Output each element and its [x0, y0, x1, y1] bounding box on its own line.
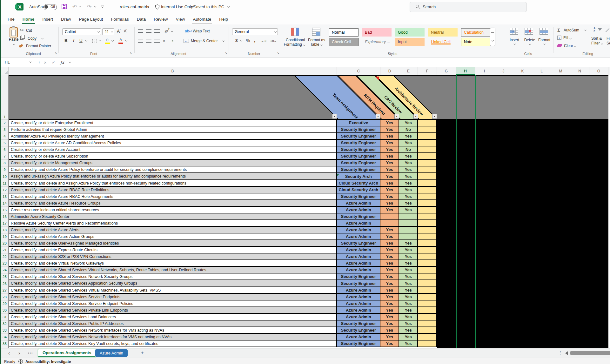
row-header-32[interactable]: 32: [1, 320, 8, 327]
cell-arch-3[interactable]: [418, 126, 437, 132]
column-header-B[interactable]: B: [9, 67, 337, 75]
redo-icon[interactable]: ↷: [87, 0, 91, 14]
select-all-button[interactable]: [1, 67, 9, 75]
autosave-toggle[interactable]: Off: [44, 4, 57, 10]
horizontal-scrollbar-thumb[interactable]: [570, 351, 610, 355]
cell-task-5[interactable]: Create, modify, or delete Azure AD Condi…: [9, 140, 337, 146]
cell-ritm-25[interactable]: Yes: [380, 273, 399, 280]
cell-team-6[interactable]: Security Engineer: [337, 146, 380, 152]
enter-icon[interactable]: ✓: [52, 58, 55, 67]
cell-ritm-9[interactable]: Yes: [380, 166, 399, 172]
cell-ritm-35[interactable]: Yes: [380, 340, 399, 347]
row-header-26[interactable]: 26: [1, 280, 8, 287]
cell-ritm-16[interactable]: [380, 213, 399, 219]
style-chip-calculation[interactable]: Calculation: [461, 28, 491, 37]
cell-team-13[interactable]: Security Engineer: [337, 193, 380, 199]
cell-cac-23[interactable]: Yes: [399, 260, 418, 266]
cell-team-5[interactable]: Security Engineer: [337, 140, 380, 146]
cell-cac-24[interactable]: Yes: [399, 267, 418, 273]
cell-arch-30[interactable]: [418, 307, 437, 313]
cell-task-14[interactable]: Create, modify, and delete Azure Resourc…: [9, 200, 337, 206]
prev-sheet-icon[interactable]: ‹: [8, 348, 10, 358]
column-header-K[interactable]: K: [513, 67, 532, 75]
row-header-17[interactable]: 17: [1, 220, 8, 227]
cell-ritm-23[interactable]: Yes: [380, 260, 399, 266]
cell-team-27[interactable]: Azure Admin: [337, 287, 380, 293]
cell-ritm-5[interactable]: Yes: [380, 140, 399, 146]
column-header-O[interactable]: O: [589, 67, 608, 75]
format-as-table-button[interactable]: Format as: [308, 38, 325, 42]
row-header-3[interactable]: 3: [1, 126, 8, 133]
cell-team-32[interactable]: Security Engineer: [337, 320, 380, 327]
find-select-button-line2[interactable]: Se: [607, 41, 610, 45]
cell-cac-22[interactable]: Yes: [399, 253, 418, 260]
cell-cac-17[interactable]: [399, 220, 418, 226]
cell-arch-23[interactable]: [418, 260, 437, 266]
column-header-D[interactable]: D: [380, 67, 399, 75]
cell-team-22[interactable]: Azure Admin: [337, 253, 380, 260]
cell-team-7[interactable]: Security Engineer: [337, 153, 380, 159]
cell-task-9[interactable]: Create, modify, and delete Azure Policy …: [9, 166, 337, 172]
align-left-icon[interactable]: [138, 39, 143, 43]
merge-center-button[interactable]: Merge & Center: [191, 39, 218, 43]
cell-ritm-12[interactable]: Yes: [380, 187, 399, 193]
cell-ritm-21[interactable]: Yes: [380, 247, 399, 253]
cell-task-4[interactable]: Administer Azure AD Privileged Identity …: [9, 133, 337, 139]
cell-task-15[interactable]: Create resource locks on critical shared…: [9, 207, 337, 213]
cell-task-3[interactable]: Perform activities that require Global A…: [9, 126, 337, 132]
saved-status-chevron-icon[interactable]: [227, 5, 229, 7]
filter-button-4[interactable]: ▼: [413, 114, 418, 119]
formula-input[interactable]: [74, 58, 610, 67]
cell-team-24[interactable]: Azure Admin: [337, 267, 380, 273]
row-header-27[interactable]: 27: [1, 287, 8, 294]
conditional-formatting-button[interactable]: Conditional: [286, 38, 305, 42]
cell-cac-15[interactable]: Yes: [399, 207, 418, 213]
cell-team-21[interactable]: Azure Admin: [337, 247, 380, 253]
row-header-21[interactable]: 21: [1, 247, 8, 253]
cell-arch-34[interactable]: [418, 334, 437, 340]
cell-ritm-2[interactable]: Yes: [380, 120, 399, 126]
font-color-icon[interactable]: A: [119, 37, 122, 42]
cell-ritm-7[interactable]: Yes: [380, 153, 399, 159]
format-cells-button[interactable]: Format: [538, 38, 550, 42]
search-input[interactable]: Search: [410, 2, 526, 12]
decrease-decimal-icon[interactable]: .00→: [270, 39, 277, 43]
row-header-1[interactable]: 1: [1, 75, 8, 120]
fill-color-icon[interactable]: ◇: [106, 37, 109, 42]
sensitivity-label[interactable]: Internal Use Only*: [161, 0, 195, 14]
cell-task-30[interactable]: Create, modify, and delete Shared Servic…: [9, 307, 337, 313]
wrap-text-button[interactable]: Wrap Text: [193, 29, 210, 33]
style-chip-note[interactable]: Note: [461, 38, 491, 46]
ribbon-tab-automate[interactable]: Automate: [192, 15, 212, 24]
cell-arch-14[interactable]: [418, 200, 437, 206]
row-header-30[interactable]: 30: [1, 307, 8, 314]
cell-team-25[interactable]: Security Engineer: [337, 273, 380, 280]
ribbon-tab-page-layout[interactable]: Page Layout: [78, 15, 104, 24]
column-header-H[interactable]: H: [456, 67, 475, 75]
cell-team-18[interactable]: Azure Admin: [337, 227, 380, 233]
row-header-14[interactable]: 14: [1, 200, 8, 207]
cell-cac-10[interactable]: Yes: [399, 173, 418, 179]
sheet-tab-operations-assignments[interactable]: Operations Assignments: [38, 349, 96, 357]
insert-chevron-icon[interactable]: [513, 43, 515, 45]
style-chip-normal[interactable]: Normal: [329, 28, 359, 37]
tab-scrollbar-splitter-icon[interactable]: ⋮: [558, 348, 562, 357]
cell-team-20[interactable]: Security Engineer: [337, 240, 380, 246]
undo-icon[interactable]: ↶: [72, 0, 77, 14]
cell-team-10[interactable]: Security Arch: [337, 173, 380, 179]
cell-task-29[interactable]: Create, modify, and delete Shared Servic…: [9, 300, 337, 307]
cell-ritm-17[interactable]: [380, 220, 399, 226]
ribbon-tab-formulas[interactable]: Formulas: [110, 15, 129, 24]
cell-task-31[interactable]: Create, modify, and delete Shared Servic…: [9, 314, 337, 320]
cell-ritm-22[interactable]: Yes: [380, 253, 399, 260]
cell-ritm-14[interactable]: Yes: [380, 200, 399, 206]
cell-cac-21[interactable]: Yes: [399, 247, 418, 253]
cell-team-4[interactable]: Security Engineer: [337, 133, 380, 139]
cell-team-23[interactable]: Azure Admin: [337, 260, 380, 266]
cell-task-35[interactable]: Create, modify, and delete Shared Servic…: [9, 340, 337, 347]
number-dialog-launcher-icon[interactable]: ↘: [277, 51, 279, 54]
cancel-icon[interactable]: ×: [44, 58, 47, 67]
percent-style-icon[interactable]: %: [246, 38, 250, 43]
cell-arch-18[interactable]: [418, 227, 437, 233]
column-header-F[interactable]: F: [418, 67, 437, 75]
